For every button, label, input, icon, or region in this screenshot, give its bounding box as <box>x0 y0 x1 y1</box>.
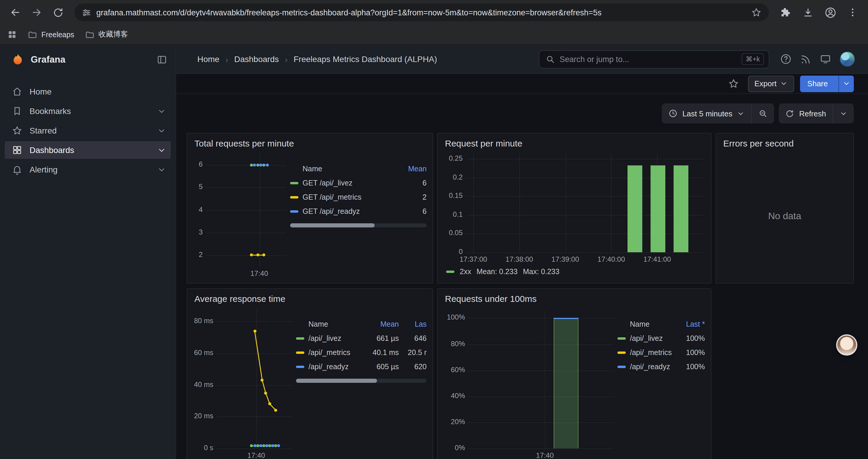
panel-title[interactable]: Total requests per minute <box>187 133 433 148</box>
breadcrumb-dashboards[interactable]: Dashboards <box>234 54 279 64</box>
profile-button[interactable] <box>821 3 840 22</box>
chevron-down-icon[interactable] <box>157 107 166 116</box>
share-button[interactable]: Share <box>800 75 854 92</box>
search-input[interactable] <box>560 55 737 64</box>
sidebar-item-dashboards[interactable]: Dashboards <box>5 141 171 159</box>
legend-row[interactable]: /api/_readyz 605 µs 620 <box>296 360 427 374</box>
chevron-down-icon[interactable] <box>157 126 166 135</box>
scrollbar-thumb[interactable] <box>290 223 375 227</box>
time-picker-group: Last 5 minutes <box>662 103 774 124</box>
back-button[interactable] <box>6 3 25 22</box>
legend-row[interactable]: /api/_livez 100% <box>617 331 705 346</box>
bookmark-folder-freeleaps[interactable]: Freeleaps <box>28 30 74 39</box>
chevron-down-icon <box>737 109 745 117</box>
apps-grid-icon[interactable] <box>7 30 17 40</box>
series-name[interactable]: /api/_readyz <box>308 363 362 371</box>
refresh-button[interactable]: Refresh <box>779 103 833 124</box>
series-last: 620 <box>403 363 427 371</box>
legend-table: Name Mean Las /api/_livez 661 µs 646 <box>296 309 427 459</box>
legend-row[interactable]: GET /api/_readyz 6 <box>290 204 427 219</box>
legend-row[interactable]: /api/_readyz 100% <box>617 360 705 374</box>
profile-icon <box>824 6 836 19</box>
legend-row[interactable]: GET /api/_metrics 2 <box>290 190 427 204</box>
refresh-label: Refresh <box>799 109 826 118</box>
series-name[interactable]: /api/_metrics <box>630 349 676 357</box>
series-name[interactable]: /api/_metrics <box>308 349 362 357</box>
series-last: 100% <box>680 363 705 371</box>
browser-menu-button[interactable] <box>843 3 862 22</box>
zoom-out-icon <box>758 109 768 118</box>
series-name[interactable]: 2xx <box>460 268 471 276</box>
url-bar[interactable]: grafana.mathmast.com/d/deytv4rwavabkb/fr… <box>74 4 769 21</box>
sidebar-item-alerting[interactable]: Alerting <box>5 161 171 178</box>
sidebar-item-starred[interactable]: Starred <box>5 122 171 139</box>
series-mean: Mean: 0.233 <box>476 268 518 276</box>
refresh-interval-button[interactable] <box>833 103 854 124</box>
legend-header-mean[interactable]: Mean <box>402 165 427 173</box>
sidebar-item-bookmarks[interactable]: Bookmarks <box>5 102 171 120</box>
extensions-button[interactable] <box>776 3 795 22</box>
downloads-button[interactable] <box>798 3 817 22</box>
series-mean: 40.1 ms <box>366 349 399 357</box>
legend-scrollbar[interactable] <box>296 379 427 383</box>
legend-header-name[interactable]: Name <box>630 320 676 328</box>
floating-assistant-avatar[interactable] <box>836 334 857 356</box>
scrollbar-thumb[interactable] <box>296 379 377 383</box>
favorite-dashboard-button[interactable] <box>725 75 742 92</box>
series-last: 646 <box>403 334 427 342</box>
forward-button[interactable] <box>27 3 46 22</box>
panel-title[interactable]: Request per minute <box>438 133 711 148</box>
series-max: Max: 0.233 <box>523 268 560 276</box>
download-icon <box>802 7 813 18</box>
series-name[interactable]: GET /api/_metrics <box>303 193 398 201</box>
share-menu-button[interactable] <box>838 75 854 92</box>
export-button[interactable]: Export <box>748 75 794 92</box>
help-icon[interactable] <box>780 53 792 65</box>
series-swatch <box>446 270 454 273</box>
monitor-icon[interactable] <box>819 53 831 65</box>
news-rss-icon[interactable] <box>800 54 811 65</box>
site-settings-icon[interactable] <box>82 7 92 18</box>
panel-title[interactable]: Errors per second <box>716 133 853 148</box>
reload-button[interactable] <box>49 3 67 22</box>
panel-requests-under-100ms: Requests under 100ms 100%80%60%40%20%0%1… <box>437 288 711 459</box>
bookmark-star-icon[interactable] <box>751 7 762 18</box>
share-label[interactable]: Share <box>800 75 835 92</box>
legend-header-last[interactable]: Last * <box>680 320 705 328</box>
series-name[interactable]: /api/_livez <box>308 334 362 342</box>
chevron-down-icon[interactable] <box>157 165 166 174</box>
star-icon <box>12 125 23 136</box>
series-name[interactable]: /api/_livez <box>630 334 676 342</box>
chevron-down-icon[interactable] <box>157 145 166 155</box>
series-name[interactable]: GET /api/_readyz <box>303 207 398 216</box>
legend-scrollbar[interactable] <box>290 223 427 227</box>
legend-header-last[interactable]: Las <box>403 320 427 328</box>
sidebar-item-home[interactable]: Home <box>5 83 171 100</box>
series-name[interactable]: GET /api/_livez <box>303 179 398 187</box>
panel-title[interactable]: Requests under 100ms <box>438 289 711 304</box>
legend-row[interactable]: /api/_metrics 40.1 ms 20.5 r <box>296 346 427 360</box>
panel-title[interactable]: Average response time <box>187 289 433 304</box>
series-name[interactable]: /api/_readyz <box>630 363 676 371</box>
sidebar-item-label: Alerting <box>30 165 58 174</box>
legend-row[interactable]: /api/_metrics 100% <box>617 346 705 360</box>
bookmark-folder-blogs[interactable]: 收藏博客 <box>85 30 128 40</box>
zoom-out-button[interactable] <box>752 103 774 124</box>
collapse-sidebar-icon[interactable] <box>157 54 167 65</box>
breadcrumb-home[interactable]: Home <box>197 54 219 64</box>
url-text[interactable]: grafana.mathmast.com/d/deytv4rwavabkb/fr… <box>96 8 746 17</box>
series-last: 100% <box>680 334 705 342</box>
bookmark-label: Freeleaps <box>41 30 74 39</box>
legend-line[interactable]: 2xx Mean: 0.233 Max: 0.233 <box>444 265 705 278</box>
legend-row[interactable]: /api/_livez 661 µs 646 <box>296 331 427 346</box>
time-range-picker[interactable]: Last 5 minutes <box>662 103 751 124</box>
legend-header-name[interactable]: Name <box>303 165 398 173</box>
user-avatar[interactable] <box>840 52 855 67</box>
search-bar[interactable]: ⌘+k <box>539 50 769 68</box>
grafana-logo-icon[interactable] <box>11 53 25 67</box>
legend-header-name[interactable]: Name <box>308 320 362 328</box>
legend-header-mean[interactable]: Mean <box>366 320 399 328</box>
breadcrumb-separator: › <box>225 54 228 64</box>
legend-row[interactable]: GET /api/_livez 6 <box>290 176 427 190</box>
legend-header-row: Name Mean <box>290 162 427 176</box>
